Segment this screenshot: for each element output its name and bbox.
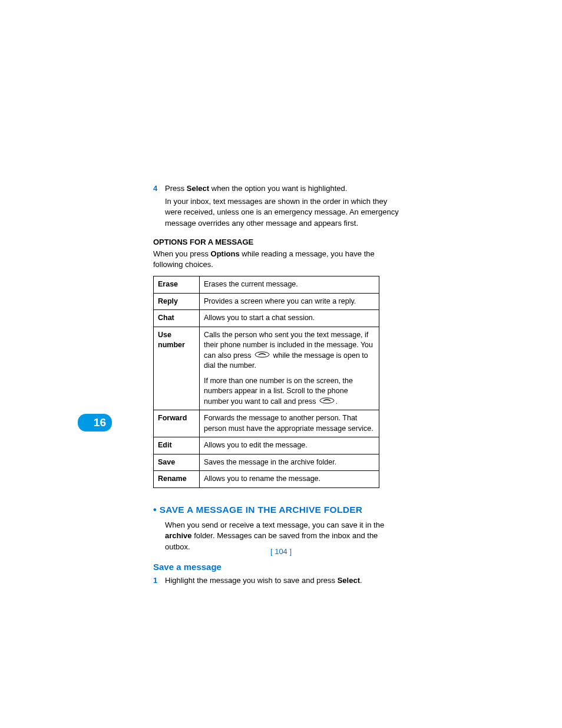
option-desc: Calls the person who sent you the text m… xyxy=(200,327,379,410)
option-label: Erase xyxy=(154,276,200,294)
step-note: In your inbox, text messages are shown i… xyxy=(165,196,401,229)
table-row: Forward Forwards the message to another … xyxy=(154,410,379,437)
option-desc: Forwards the message to another person. … xyxy=(200,410,379,437)
option-label: Edit xyxy=(154,437,200,454)
step-number: 1 xyxy=(153,575,165,586)
option-desc: Provides a screen where you can write a … xyxy=(200,293,379,310)
options-heading: OPTIONS FOR A MESSAGE xyxy=(153,237,401,248)
option-label: Forward xyxy=(154,410,200,437)
table-row: Save Saves the message in the archive fo… xyxy=(154,454,379,471)
option-label: Chat xyxy=(154,310,200,327)
option-desc: Allows you to edit the message. xyxy=(200,437,379,454)
call-key-icon xyxy=(319,397,335,407)
step-4: 4 Press Select when the option you want … xyxy=(165,183,401,194)
options-intro: When you press Options while reading a m… xyxy=(153,249,401,270)
svg-point-1 xyxy=(320,398,334,403)
table-row: Edit Allows you to edit the message. xyxy=(154,437,379,454)
table-row: Use number Calls the person who sent you… xyxy=(154,327,379,410)
step-number: 4 xyxy=(153,183,165,194)
option-label: Rename xyxy=(154,471,200,488)
option-label: Save xyxy=(154,454,200,471)
option-desc: Erases the current message. xyxy=(200,276,379,294)
table-row: Reply Provides a screen where you can wr… xyxy=(154,293,379,310)
chapter-tab: 16 xyxy=(78,414,112,431)
table-row: Rename Allows you to rename the message. xyxy=(154,471,379,488)
option-label: Use number xyxy=(154,327,200,410)
sub-section-heading: Save a message xyxy=(153,561,401,573)
bullet-icon: • xyxy=(153,505,160,515)
option-desc: Allows you to start a chat session. xyxy=(200,310,379,327)
option-desc: Allows you to rename the message. xyxy=(200,471,379,488)
step-1: 1 Highlight the message you wish to save… xyxy=(165,575,401,586)
option-label: Reply xyxy=(154,293,200,310)
call-key-icon xyxy=(254,351,270,361)
svg-point-0 xyxy=(255,352,269,357)
table-row: Erase Erases the current message. xyxy=(154,276,379,294)
table-row: Chat Allows you to start a chat session. xyxy=(154,310,379,327)
page-content: 4 Press Select when the option you want … xyxy=(165,183,401,588)
options-table: Erase Erases the current message. Reply … xyxy=(153,276,379,488)
step-text: Press Select when the option you want is… xyxy=(165,183,401,194)
option-desc: Saves the message in the archive folder. xyxy=(200,454,379,471)
step-text: Highlight the message you wish to save a… xyxy=(165,575,401,586)
page-number: [ 104 ] xyxy=(0,547,562,556)
section-heading: • SAVE A MESSAGE IN THE ARCHIVE FOLDER xyxy=(153,503,401,516)
chapter-number: 16 xyxy=(94,416,106,429)
